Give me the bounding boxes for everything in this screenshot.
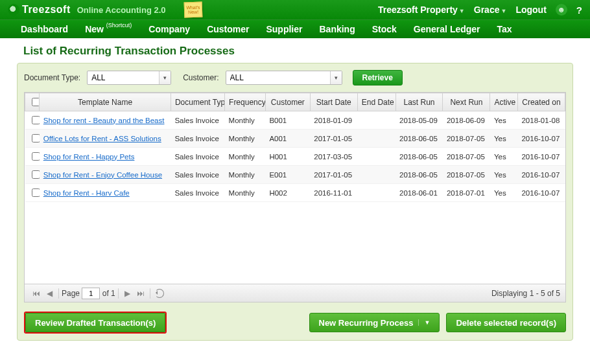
doc-type-input[interactable]: [88, 72, 159, 84]
template-link[interactable]: Office Lots for Rent - ASS Solutions: [43, 135, 161, 142]
select-all-checkbox[interactable]: [32, 98, 40, 106]
table-row[interactable]: Shop for Rent - Harv CafeSales InvoiceMo…: [25, 184, 565, 202]
chevron-down-icon[interactable]: ▾: [330, 71, 342, 84]
cell: A001: [265, 130, 310, 148]
paginator: ⏮ ◀ Page of 1 ▶ ⏭ Displaying 1 - 5 of 5: [25, 284, 565, 302]
cell: Sales Invoice: [171, 130, 224, 148]
user-menu[interactable]: Grace▼: [474, 5, 507, 15]
logo[interactable]: Treezsoft: [8, 4, 71, 16]
cell: Yes: [490, 111, 518, 130]
cell: 2018-07-01: [443, 184, 490, 202]
menu-tax[interactable]: Tax: [497, 24, 512, 34]
help-icon[interactable]: ?: [576, 5, 582, 16]
last-page-button[interactable]: ⏭: [135, 288, 147, 299]
cell: H001: [265, 148, 310, 166]
refresh-button[interactable]: [154, 288, 165, 299]
row-checkbox[interactable]: [32, 134, 40, 142]
delete-selected-button[interactable]: Delete selected record(s): [446, 313, 566, 332]
recurring-grid: Template NameDocument TypeFrequencyCusto…: [24, 92, 566, 302]
col-header[interactable]: Created on: [517, 93, 565, 111]
property-menu[interactable]: Treezsoft Property▼: [378, 5, 465, 15]
main-menu: Dashboard New (Shortcut) Company Custome…: [0, 19, 590, 38]
chevron-down-icon: ▼: [501, 8, 506, 14]
cell: 2018-01-09: [310, 111, 357, 130]
table-row[interactable]: Office Lots for Rent - ASS SolutionsSale…: [25, 130, 565, 148]
grid-header-row: Template NameDocument TypeFrequencyCusto…: [25, 93, 565, 111]
cell: 2018-07-05: [443, 148, 490, 166]
brand-subtitle: Online Accounting 2.0: [77, 5, 166, 15]
col-header[interactable]: [25, 93, 40, 111]
refresh-icon: [155, 289, 164, 298]
table-row[interactable]: Shop for Rent - Happy PetsSales InvoiceM…: [25, 148, 565, 166]
menu-customer[interactable]: Customer: [207, 24, 249, 34]
col-header[interactable]: Template Name: [40, 93, 171, 111]
menu-banking[interactable]: Banking: [320, 24, 355, 34]
cell: 2018-06-01: [395, 184, 443, 202]
row-checkbox[interactable]: [32, 152, 40, 161]
menu-new[interactable]: New (Shortcut): [85, 24, 132, 34]
page-title: List of Recurring Transaction Processes: [23, 45, 590, 58]
cell: 2017-03-05: [310, 148, 357, 166]
cell: 2018-01-08: [517, 111, 565, 130]
menu-general-ledger[interactable]: General Ledger: [414, 24, 480, 34]
cell: B001: [265, 111, 310, 130]
user-circle-icon[interactable]: ☻: [556, 4, 567, 16]
cell: Monthly: [225, 148, 266, 166]
menu-supplier[interactable]: Supplier: [266, 24, 302, 34]
cell: Sales Invoice: [171, 166, 224, 184]
cell: Yes: [490, 130, 518, 148]
cell: 2018-07-05: [443, 130, 490, 148]
row-checkbox[interactable]: [32, 116, 40, 124]
page-input[interactable]: [82, 288, 100, 299]
template-link[interactable]: Shop for Rent - Happy Pets: [43, 153, 135, 161]
doc-type-label: Document Type:: [24, 73, 80, 82]
doc-type-combo[interactable]: ▾: [87, 71, 171, 85]
cell: Monthly: [225, 166, 266, 184]
col-header[interactable]: Document Type: [171, 93, 224, 111]
cell: [357, 148, 395, 166]
row-checkbox[interactable]: [32, 170, 40, 179]
col-header[interactable]: Customer: [265, 93, 310, 111]
cell: 2017-01-05: [310, 130, 357, 148]
chevron-down-icon[interactable]: ▾: [159, 71, 171, 84]
col-header[interactable]: Frequency: [225, 93, 266, 111]
table-row[interactable]: Shop for Rent - Enjoy Coffee HouseSales …: [25, 166, 565, 184]
col-header[interactable]: Last Run: [395, 93, 443, 111]
row-checkbox[interactable]: [32, 188, 40, 197]
cell: Sales Invoice: [171, 148, 224, 166]
menu-stock[interactable]: Stock: [372, 24, 397, 34]
top-bar: Treezsoft Online Accounting 2.0 What's N…: [0, 0, 590, 19]
page-label: Page: [62, 289, 80, 298]
next-page-button[interactable]: ▶: [122, 288, 134, 299]
logout-link[interactable]: Logout: [515, 5, 546, 15]
filter-bar: Document Type: ▾ Customer: ▾ Retrieve: [24, 70, 566, 85]
customer-input[interactable]: [226, 72, 330, 84]
template-link[interactable]: Shop for rent - Beauty and the Beast: [43, 117, 165, 124]
table-row[interactable]: Shop for rent - Beauty and the BeastSale…: [25, 111, 565, 130]
cell: 2018-06-05: [395, 130, 443, 148]
page-of: of 1: [102, 289, 115, 298]
leaf-icon: [5, 1, 21, 17]
review-drafted-button[interactable]: Review Drafted Transaction(s): [25, 313, 165, 332]
chevron-down-icon: ▼: [418, 319, 430, 326]
review-highlight: Review Drafted Transaction(s): [24, 312, 167, 334]
col-header[interactable]: Start Date: [310, 93, 357, 111]
col-header[interactable]: Next Run: [443, 93, 490, 111]
menu-company[interactable]: Company: [148, 24, 190, 34]
chevron-down-icon: ▼: [459, 8, 465, 14]
customer-combo[interactable]: ▾: [226, 71, 342, 85]
col-header[interactable]: Active: [490, 93, 518, 111]
prev-page-button[interactable]: ◀: [43, 288, 55, 299]
cell: H002: [265, 184, 310, 202]
first-page-button[interactable]: ⏮: [30, 288, 42, 299]
cell: [357, 130, 395, 148]
retrieve-button[interactable]: Retrieve: [353, 70, 403, 85]
cell: [357, 111, 395, 130]
col-header[interactable]: End Date: [357, 93, 395, 111]
cell: Monthly: [225, 111, 266, 130]
template-link[interactable]: Shop for Rent - Enjoy Coffee House: [43, 171, 162, 179]
menu-dashboard[interactable]: Dashboard: [21, 24, 68, 34]
whats-new-sticky[interactable]: What's New!: [183, 2, 202, 18]
new-recurring-button[interactable]: New Recurring Process▼: [309, 313, 440, 332]
template-link[interactable]: Shop for Rent - Harv Cafe: [43, 189, 130, 197]
